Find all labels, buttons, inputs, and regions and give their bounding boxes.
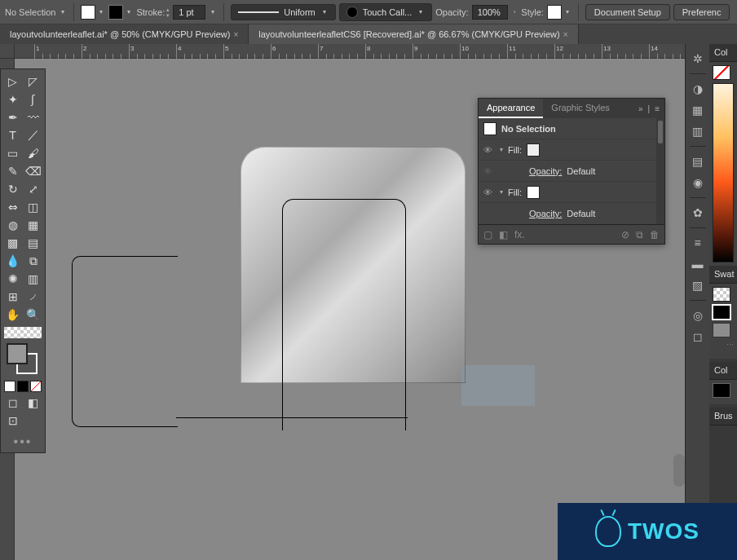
scale-tool[interactable]: ⤢ bbox=[23, 180, 43, 198]
selection-tool[interactable]: ▷ bbox=[2, 73, 23, 90]
registration-swatch-icon[interactable] bbox=[713, 287, 730, 302]
curvature-tool[interactable]: 〰 bbox=[23, 108, 43, 126]
black-swatch-icon[interactable] bbox=[713, 305, 730, 320]
shape-builder-tool[interactable]: ◍ bbox=[2, 216, 23, 234]
none-mode-icon[interactable] bbox=[30, 381, 42, 392]
symbol-sprayer-tool[interactable]: ✺ bbox=[2, 270, 23, 288]
transparency-panel-icon[interactable]: ▨ bbox=[688, 276, 708, 295]
path-left-open-rect[interactable] bbox=[72, 256, 178, 427]
tab-appearance[interactable]: Appearance bbox=[479, 99, 543, 118]
swatches-panel-body[interactable]: ⋯ bbox=[709, 284, 737, 359]
magic-wand-tool[interactable]: ✦ bbox=[2, 90, 23, 108]
gradient-shape-foot[interactable] bbox=[461, 365, 535, 406]
fill-swatch-icon[interactable] bbox=[527, 186, 540, 199]
rotate-tool[interactable]: ↻ bbox=[2, 180, 23, 198]
appearance-panel-icon[interactable]: ◎ bbox=[688, 306, 708, 325]
fill-stroke-indicator[interactable] bbox=[7, 343, 39, 376]
lasso-tool[interactable]: ʃ bbox=[23, 90, 43, 108]
perspective-tool[interactable]: ▦ bbox=[23, 216, 43, 234]
document-tab[interactable]: layoutvolunteerleafletCS6 [Recovered].ai… bbox=[249, 24, 578, 44]
visibility-icon[interactable]: 👁 bbox=[483, 187, 495, 197]
blend-tool[interactable]: ⧉ bbox=[23, 252, 43, 270]
style-select[interactable]: ▾ bbox=[547, 5, 572, 20]
color-mode-icon[interactable] bbox=[4, 381, 15, 392]
path-bottom-line[interactable] bbox=[176, 417, 408, 430]
gradient-mode-icon[interactable] bbox=[17, 381, 29, 392]
free-transform-tool[interactable]: ◫ bbox=[23, 198, 43, 216]
width-tool[interactable]: ⇔ bbox=[2, 198, 23, 216]
pen-tool[interactable]: ✒ bbox=[2, 108, 23, 126]
paintbrush-tool[interactable]: 🖌 bbox=[23, 144, 43, 162]
stroke-swatch-selector[interactable]: ▾ bbox=[108, 5, 133, 20]
document-tab[interactable]: layoutvolunteerleaflet.ai* @ 50% (CMYK/G… bbox=[0, 24, 249, 44]
fill-box[interactable] bbox=[7, 343, 28, 364]
color-themes-icon[interactable]: ▦ bbox=[688, 100, 708, 120]
panel-menu-icon[interactable]: ≡ bbox=[655, 104, 660, 113]
artboard-tool[interactable]: ⊞ bbox=[2, 288, 23, 306]
eraser-tool[interactable]: ⌫ bbox=[23, 162, 43, 180]
navigator-wheel-icon[interactable]: ✲ bbox=[688, 49, 708, 68]
type-tool[interactable]: T bbox=[2, 126, 23, 144]
chevron-down-icon[interactable]: ▾ bbox=[209, 8, 217, 15]
expand-icon[interactable]: » bbox=[638, 104, 643, 113]
close-icon[interactable]: × bbox=[563, 30, 568, 39]
symbols-panel-icon[interactable]: ✿ bbox=[688, 203, 708, 223]
draw-normal-icon[interactable]: ◻ bbox=[2, 394, 23, 412]
none-swatch-icon[interactable] bbox=[713, 65, 730, 80]
expand-icon[interactable]: ▾ bbox=[500, 188, 503, 196]
document-setup-button[interactable]: Document Setup bbox=[585, 4, 670, 20]
color-guide-icon[interactable]: ▥ bbox=[688, 121, 708, 141]
preferences-button[interactable]: Preferenc bbox=[673, 4, 730, 20]
new-fill-icon[interactable]: ◧ bbox=[499, 229, 508, 240]
close-icon[interactable]: × bbox=[233, 30, 238, 39]
collapse-icon[interactable]: | bbox=[648, 104, 651, 113]
chevron-down-icon[interactable]: ▾ bbox=[59, 8, 67, 15]
slice-tool[interactable]: ⟋ bbox=[23, 288, 43, 306]
screen-mode-icon[interactable]: ⊡ bbox=[2, 412, 24, 430]
zoom-tool[interactable]: 🔍 bbox=[23, 306, 43, 324]
path-inner-rounded[interactable] bbox=[282, 199, 406, 430]
visibility-icon[interactable]: 👁 bbox=[483, 166, 495, 176]
visibility-icon[interactable]: 👁 bbox=[483, 145, 495, 155]
swatches-panel-icon[interactable]: ▤ bbox=[688, 152, 708, 171]
trash-icon[interactable]: 🗑 bbox=[650, 229, 660, 240]
color-panel-header[interactable]: Col bbox=[709, 44, 737, 62]
gradient-panel-icon[interactable]: ▬ bbox=[688, 254, 708, 274]
rectangle-tool[interactable]: ▭ bbox=[2, 144, 23, 162]
ruler-origin[interactable] bbox=[0, 44, 15, 59]
panel-scrollbar[interactable] bbox=[656, 118, 664, 224]
color-picker-icon[interactable]: ◑ bbox=[688, 79, 708, 99]
stroke-panel-icon[interactable]: ≡ bbox=[688, 233, 708, 253]
graphic-styles-panel-icon[interactable]: ◻ bbox=[688, 327, 708, 346]
brushes-panel-icon[interactable]: ◉ bbox=[688, 173, 708, 192]
stroke-profile-select[interactable]: Uniform▾ bbox=[231, 4, 336, 20]
hand-tool[interactable]: ✋ bbox=[2, 306, 23, 324]
color-spectrum[interactable] bbox=[713, 83, 734, 262]
base-color-swatch[interactable] bbox=[713, 383, 730, 398]
fill-row[interactable]: 👁 ▾ Fill: bbox=[479, 139, 664, 161]
fill-swatch-selector[interactable]: ▾ bbox=[81, 5, 105, 20]
fill-row[interactable]: 👁 ▾ Fill: bbox=[479, 182, 664, 203]
eyedropper-tool[interactable]: 💧 bbox=[2, 252, 23, 270]
stroke-weight-input[interactable] bbox=[173, 5, 205, 20]
more-icon[interactable]: ⋯ bbox=[713, 341, 734, 355]
graph-tool[interactable]: ▥ bbox=[23, 270, 43, 288]
mesh-tool[interactable]: ▩ bbox=[2, 234, 23, 252]
line-tool[interactable]: ／ bbox=[23, 126, 43, 144]
stroke-stepper[interactable]: ▴▾ bbox=[166, 7, 170, 18]
brush-select[interactable]: Touch Call...▾ bbox=[339, 3, 433, 21]
edit-toolbar-icon[interactable]: ••• bbox=[2, 434, 43, 449]
horizontal-ruler[interactable]: 1234567891011121314 bbox=[15, 44, 737, 59]
swatches-panel-header[interactable]: Swat bbox=[709, 266, 737, 284]
white-swatch-icon[interactable] bbox=[713, 323, 730, 337]
duplicate-icon[interactable]: ⧉ bbox=[636, 229, 643, 240]
gradient-tool[interactable]: ▤ bbox=[23, 234, 43, 252]
vertical-scrollbar-thumb[interactable] bbox=[673, 454, 685, 487]
direct-selection-tool[interactable]: ◸ bbox=[23, 73, 43, 90]
expand-icon[interactable]: ▾ bbox=[500, 146, 503, 153]
new-stroke-icon[interactable]: ▢ bbox=[483, 229, 492, 240]
color-guide-panel-body[interactable] bbox=[709, 380, 737, 404]
brushes-panel-header[interactable]: Brus bbox=[709, 408, 737, 426]
draw-behind-icon[interactable]: ◧ bbox=[23, 394, 43, 412]
tab-graphic-styles[interactable]: Graphic Styles bbox=[543, 99, 618, 118]
